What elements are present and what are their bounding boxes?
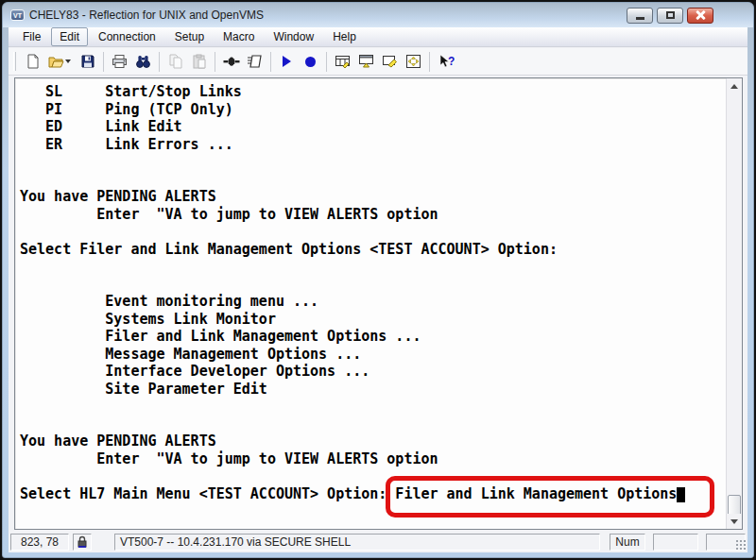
hotspots-icon — [405, 54, 421, 69]
app-window: VT CHELY83 - Reflection for UNIX and Ope… — [2, 2, 754, 558]
num-lock-indicator: Num — [610, 534, 645, 551]
toolbar-separator — [429, 52, 430, 72]
context-help-button[interactable]: ? — [434, 50, 457, 73]
connect-icon — [223, 54, 240, 69]
hotspots-button[interactable] — [402, 50, 425, 73]
record-icon — [305, 57, 316, 67]
record-macro-button[interactable] — [299, 50, 322, 73]
window-title: CHELY83 - Reflection for UNIX and OpenVM… — [29, 8, 627, 22]
toolbar-separator — [270, 52, 271, 72]
title-bar[interactable]: VT CHELY83 - Reflection for UNIX and Ope… — [3, 3, 753, 27]
find-icon — [135, 54, 151, 69]
resize-grip[interactable] — [735, 539, 747, 551]
padlock-icon — [77, 535, 88, 549]
connect-button[interactable] — [219, 50, 243, 73]
find-button[interactable] — [131, 50, 155, 73]
play-macro-button[interactable] — [275, 50, 299, 73]
close-button[interactable] — [687, 8, 713, 24]
close-icon — [696, 10, 705, 20]
maximize-icon — [666, 11, 675, 19]
print-icon — [112, 54, 128, 69]
new-document-icon — [26, 54, 41, 69]
status-panel-empty — [653, 534, 698, 551]
scroll-down-button[interactable] — [727, 514, 742, 529]
menu-setup[interactable]: Setup — [166, 27, 213, 46]
keyboard-map-button[interactable] — [331, 50, 354, 73]
context-help-icon: ? — [438, 54, 455, 70]
copy-button[interactable] — [163, 50, 187, 73]
menu-bar: File Edit Connection Setup Macro Window … — [9, 27, 747, 47]
menu-help[interactable]: Help — [324, 27, 365, 46]
open-folder-icon — [48, 54, 64, 69]
minimize-button[interactable] — [627, 8, 653, 24]
run-script-button[interactable] — [243, 50, 266, 73]
new-document-button[interactable] — [21, 50, 44, 73]
toolbar-separator — [159, 52, 160, 72]
toolbar-grip[interactable] — [13, 52, 16, 71]
open-dropdown-icon[interactable] — [65, 59, 71, 63]
run-script-icon — [247, 54, 264, 69]
print-button[interactable] — [108, 50, 131, 73]
save-button[interactable] — [76, 50, 99, 73]
status-bar: 823, 78 VT500-7 -- 10.4.231.170 via SECU… — [9, 532, 747, 552]
toolbar-separator — [103, 52, 104, 72]
screenshot-root: VT CHELY83 - Reflection for UNIX and Ope… — [0, 0, 756, 560]
scroll-up-button[interactable] — [727, 78, 742, 93]
toolbar-separator — [326, 52, 327, 72]
display-setup-icon — [358, 54, 374, 69]
window-controls — [627, 8, 713, 24]
save-icon — [80, 54, 95, 69]
menu-macro[interactable]: Macro — [215, 27, 263, 46]
cursor-position-indicator: 823, 78 — [10, 534, 69, 551]
app-icon: VT — [10, 9, 25, 21]
mouse-map-button[interactable] — [378, 50, 402, 73]
play-icon — [283, 56, 291, 67]
menu-connection[interactable]: Connection — [90, 27, 164, 46]
client-area: File Edit Connection Setup Macro Window … — [9, 27, 747, 552]
copy-icon — [168, 54, 183, 69]
terminal-screen[interactable]: SL Start/Stop Links PI Ping (TCP Only) E… — [15, 78, 726, 529]
scroll-down-icon — [730, 519, 738, 524]
maximize-button[interactable] — [657, 8, 683, 24]
menu-file[interactable]: File — [14, 27, 49, 46]
paste-icon — [192, 54, 207, 69]
toolbar: ? — [9, 48, 747, 76]
secure-lock-indicator — [73, 534, 92, 551]
terminal-cursor — [677, 487, 685, 502]
scroll-up-icon — [730, 84, 738, 89]
menu-window[interactable]: Window — [265, 27, 322, 46]
paste-button[interactable] — [187, 50, 211, 73]
connection-status: VT500-7 -- 10.4.231.170 via SECURE SHELL — [114, 534, 600, 551]
terminal-panel: SL Start/Stop Links PI Ping (TCP Only) E… — [14, 77, 743, 530]
minimize-icon — [636, 17, 644, 20]
vertical-scrollbar[interactable] — [726, 78, 742, 529]
keyboard-map-icon — [335, 54, 351, 69]
display-setup-button[interactable] — [354, 50, 378, 73]
terminal-text: SL Start/Stop Links PI Ping (TCP Only) E… — [15, 83, 677, 502]
svg-text:?: ? — [448, 55, 455, 68]
menu-edit[interactable]: Edit — [51, 27, 88, 46]
open-file-button[interactable] — [44, 50, 76, 73]
mouse-map-icon — [382, 54, 398, 69]
toolbar-separator — [215, 52, 215, 72]
